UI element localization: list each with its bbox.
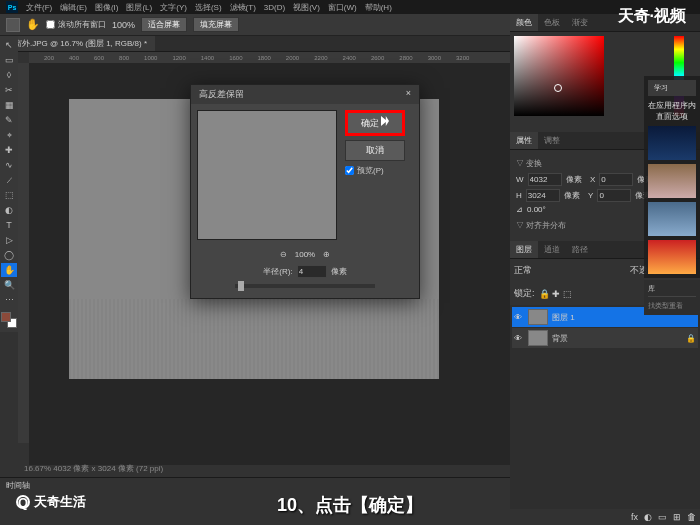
frame-tool[interactable]: ▦ xyxy=(1,98,17,112)
pen-tool[interactable]: ▷ xyxy=(1,233,17,247)
healing-tool[interactable]: ⌖ xyxy=(1,128,17,142)
menu-filter[interactable]: 滤镜(T) xyxy=(230,2,256,13)
tab-properties[interactable]: 属性 xyxy=(510,132,538,149)
ruler-vertical xyxy=(18,63,29,443)
type-tool[interactable]: T xyxy=(1,218,17,232)
thumb[interactable] xyxy=(648,126,696,160)
ok-button[interactable]: 确定 xyxy=(345,110,405,136)
y-input[interactable] xyxy=(597,189,631,202)
zoom-out-icon[interactable]: ⊖ xyxy=(280,250,287,259)
watermark-bottom: Q天奇生活 xyxy=(16,493,86,511)
visibility-icon[interactable]: 👁 xyxy=(514,334,524,343)
status-bar: 16.67% 4032 像素 x 3024 像素 (72 ppi) xyxy=(18,460,169,477)
menu-image[interactable]: 图像(I) xyxy=(95,2,119,13)
ps-logo: Ps xyxy=(6,1,18,13)
dodge-tool[interactable]: ◐ xyxy=(1,203,17,217)
tab-layers[interactable]: 图层 xyxy=(510,241,538,258)
marquee-tool[interactable]: ▭ xyxy=(1,53,17,67)
menu-bar: Ps 文件(F) 编辑(E) 图像(I) 图层(L) 文字(Y) 选择(S) 滤… xyxy=(0,0,700,14)
ruler-horizontal: 2004006008001000120014001600180020002200… xyxy=(29,52,510,63)
crop-tool[interactable]: ✂ xyxy=(1,83,17,97)
tab-swatches[interactable]: 色板 xyxy=(538,14,566,31)
tab-gradients[interactable]: 渐变 xyxy=(566,14,594,31)
menu-file[interactable]: 文件(F) xyxy=(26,2,52,13)
stamp-tool[interactable]: ∿ xyxy=(1,158,17,172)
tools-panel: ↖ ▭ ◊ ✂ ▦ ✎ ⌖ ✚ ∿ ⟋ ⬚ ◐ T ▷ ◯ ✋ 🔍 ⋯ xyxy=(0,36,18,332)
hand-tool[interactable]: ✋ xyxy=(1,263,17,277)
thumb[interactable] xyxy=(648,202,696,236)
thumb[interactable] xyxy=(648,240,696,274)
eraser-tool[interactable]: ⟋ xyxy=(1,173,17,187)
layer-row[interactable]: 👁背景 🔒 xyxy=(512,328,698,348)
learn-overlay: 学习 在应用程序内直面选项 xyxy=(644,76,700,278)
menu-help[interactable]: 帮助(H) xyxy=(365,2,392,13)
radius-slider[interactable] xyxy=(235,284,375,288)
menu-view[interactable]: 视图(V) xyxy=(293,2,320,13)
menu-edit[interactable]: 编辑(E) xyxy=(60,2,87,13)
preview-checkbox[interactable]: 预览(P) xyxy=(345,165,405,176)
menu-select[interactable]: 选择(S) xyxy=(195,2,222,13)
menu-layer[interactable]: 图层(L) xyxy=(126,2,152,13)
delete-icon[interactable]: 🗑 xyxy=(687,512,696,522)
height-input[interactable] xyxy=(526,189,560,202)
menu-type[interactable]: 文字(Y) xyxy=(160,2,187,13)
zoom-tool[interactable]: 🔍 xyxy=(1,278,17,292)
fx-icon[interactable]: fx xyxy=(631,512,638,522)
tool-preset-icon[interactable] xyxy=(6,18,20,32)
new-group-icon[interactable]: ▭ xyxy=(658,512,667,522)
brush-tool[interactable]: ✚ xyxy=(1,143,17,157)
width-input[interactable] xyxy=(528,173,562,186)
fit-screen-button[interactable]: 适合屏幕 xyxy=(141,17,187,32)
move-tool[interactable]: ↖ xyxy=(1,38,17,52)
edit-toolbar[interactable]: ⋯ xyxy=(1,293,17,307)
radius-input[interactable] xyxy=(297,265,327,278)
zoom-level[interactable]: 100% xyxy=(112,20,135,30)
menu-window[interactable]: 窗口(W) xyxy=(328,2,357,13)
new-layer-icon[interactable]: ⊞ xyxy=(673,512,681,522)
document-tab[interactable]: 窗外.JPG @ 16.7% (图层 1, RGB/8) * xyxy=(6,36,155,51)
dialog-preview xyxy=(197,110,337,240)
dialog-title: 高反差保留 xyxy=(199,88,244,101)
visibility-icon[interactable]: 👁 xyxy=(514,313,524,322)
hand-icon: ✋ xyxy=(26,18,40,31)
color-swatches[interactable] xyxy=(1,312,17,330)
lasso-tool[interactable]: ◊ xyxy=(1,68,17,82)
zoom-in-icon[interactable]: ⊕ xyxy=(323,250,330,259)
watermark-top: 天奇·视频 xyxy=(618,6,686,27)
gradient-tool[interactable]: ⬚ xyxy=(1,188,17,202)
x-input[interactable] xyxy=(599,173,633,186)
tab-adjustments[interactable]: 调整 xyxy=(538,132,566,149)
tab-paths[interactable]: 路径 xyxy=(566,241,594,258)
dialog-zoom: 100% xyxy=(295,250,315,259)
radius-label: 半径(R): xyxy=(263,266,292,277)
libraries-panel: 库 找类型重看 xyxy=(644,280,700,315)
cancel-button[interactable]: 取消 xyxy=(345,140,405,161)
fill-screen-button[interactable]: 填充屏幕 xyxy=(193,17,239,32)
thumb[interactable] xyxy=(648,164,696,198)
shape-tool[interactable]: ◯ xyxy=(1,248,17,262)
caption: 10、点击【确定】 xyxy=(277,493,423,517)
menu-3d[interactable]: 3D(D) xyxy=(264,3,285,12)
scroll-all-checkbox[interactable]: 滚动所有窗口 xyxy=(46,19,106,30)
high-pass-dialog: 高反差保留× 确定 取消 预览(P) ⊖ 100% ⊕ 半径(R): 像素 xyxy=(190,84,420,299)
eyedropper-tool[interactable]: ✎ xyxy=(1,113,17,127)
close-icon[interactable]: × xyxy=(406,88,411,101)
mask-icon[interactable]: ◐ xyxy=(644,512,652,522)
tab-channels[interactable]: 通道 xyxy=(538,241,566,258)
radius-unit: 像素 xyxy=(331,266,347,277)
tab-color[interactable]: 颜色 xyxy=(510,14,538,31)
